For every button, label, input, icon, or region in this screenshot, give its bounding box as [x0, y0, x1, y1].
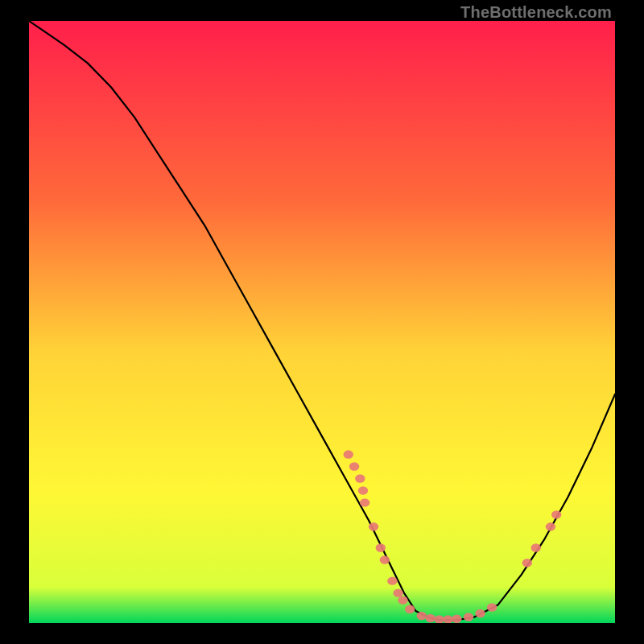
- data-marker: [369, 522, 378, 530]
- data-marker: [464, 613, 473, 621]
- chart-svg: [29, 21, 615, 623]
- data-marker: [551, 510, 561, 518]
- data-marker: [417, 612, 427, 620]
- data-marker: [387, 576, 397, 584]
- figure-frame: TheBottleneck.com: [0, 0, 644, 644]
- data-marker: [405, 605, 415, 613]
- data-marker: [398, 596, 407, 604]
- gradient-background: [29, 21, 615, 623]
- data-marker: [475, 609, 485, 617]
- watermark-text: TheBottleneck.com: [460, 3, 612, 22]
- data-marker: [349, 462, 359, 470]
- data-marker: [452, 615, 461, 623]
- data-marker: [380, 555, 390, 564]
- data-marker: [355, 474, 365, 482]
- data-marker: [393, 588, 402, 597]
- data-marker: [531, 543, 541, 551]
- data-marker: [344, 450, 353, 458]
- data-marker: [376, 543, 386, 551]
- data-marker: [487, 603, 497, 611]
- data-marker: [360, 498, 369, 506]
- data-marker: [546, 522, 555, 530]
- data-marker: [522, 559, 532, 567]
- data-marker: [358, 486, 368, 494]
- data-marker: [425, 614, 435, 622]
- plot-area: [29, 21, 615, 623]
